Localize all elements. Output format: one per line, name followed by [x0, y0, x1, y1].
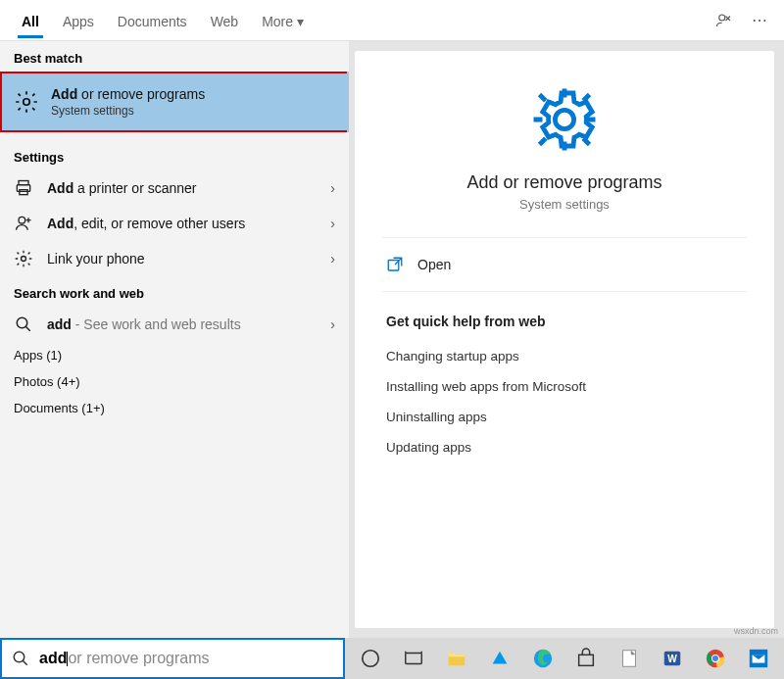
- section-search-web: Search work and web: [0, 276, 349, 307]
- tab-more-label: More: [262, 14, 293, 29]
- open-action[interactable]: Open: [382, 238, 747, 292]
- category-photos[interactable]: Photos (4+): [0, 368, 349, 395]
- file-explorer-icon[interactable]: [439, 641, 474, 676]
- settings-result-phone[interactable]: Link your phone ›: [0, 241, 349, 276]
- app-icon[interactable]: [482, 641, 517, 676]
- person-plus-icon: [14, 214, 33, 233]
- edge-icon[interactable]: [525, 641, 561, 676]
- svg-point-11: [363, 651, 379, 667]
- svg-rect-12: [406, 654, 422, 664]
- help-link[interactable]: Updating apps: [382, 432, 747, 462]
- chevron-right-icon: ›: [330, 251, 335, 267]
- result-label: add - See work and web results: [47, 316, 241, 332]
- store-icon[interactable]: [568, 641, 604, 676]
- svg-rect-4: [20, 190, 27, 195]
- tab-all[interactable]: All: [10, 4, 51, 37]
- cortana-icon[interactable]: [353, 641, 388, 676]
- mail-icon[interactable]: [741, 641, 776, 676]
- section-settings: Settings: [0, 140, 349, 170]
- category-documents[interactable]: Documents (1+): [0, 395, 349, 421]
- feedback-icon[interactable]: [715, 12, 745, 29]
- more-options-icon[interactable]: ⋯: [745, 11, 774, 29]
- result-label: Add, edit, or remove other users: [47, 216, 245, 231]
- search-input[interactable]: add or remove programs: [39, 650, 210, 667]
- chevron-right-icon: ›: [330, 180, 335, 196]
- gear-large-icon: [529, 84, 600, 155]
- printer-icon: [14, 178, 33, 198]
- svg-point-1: [24, 99, 30, 106]
- search-icon: [12, 650, 29, 667]
- best-match-subtitle: System settings: [51, 104, 205, 118]
- svg-point-5: [19, 217, 25, 223]
- svg-point-7: [17, 317, 27, 328]
- svg-point-0: [719, 15, 725, 21]
- tab-apps[interactable]: Apps: [51, 4, 106, 37]
- svg-rect-15: [623, 651, 636, 667]
- category-apps[interactable]: Apps (1): [0, 342, 349, 368]
- section-best-match: Best match: [0, 41, 349, 72]
- help-link[interactable]: Installing web apps from Microsoft: [382, 371, 747, 402]
- word-icon[interactable]: W: [655, 641, 690, 676]
- tab-more[interactable]: More ▾: [250, 4, 316, 37]
- settings-result-printer[interactable]: Add a printer or scanner ›: [0, 170, 349, 206]
- chevron-down-icon: ▾: [297, 14, 304, 29]
- help-link[interactable]: Uninstalling apps: [382, 402, 747, 432]
- result-label: Add a printer or scanner: [47, 180, 197, 196]
- tab-documents[interactable]: Documents: [106, 4, 199, 37]
- svg-point-10: [14, 652, 24, 662]
- svg-point-8: [555, 110, 573, 128]
- best-match-result[interactable]: Add or remove programs System settings: [0, 72, 349, 132]
- tabs-bar: All Apps Documents Web More ▾ ⋯: [0, 0, 784, 41]
- gear-icon: [14, 249, 33, 268]
- chevron-right-icon: ›: [330, 316, 335, 332]
- detail-title: Add or remove programs: [466, 172, 662, 193]
- search-icon: [14, 315, 33, 334]
- svg-rect-14: [579, 655, 594, 665]
- results-pane: Best match Add or remove programs System…: [0, 41, 349, 638]
- open-label: Open: [417, 257, 451, 272]
- help-header: Get quick help from web: [382, 292, 747, 341]
- best-match-title: Add or remove programs: [51, 86, 205, 102]
- tab-web[interactable]: Web: [199, 4, 251, 37]
- svg-point-6: [22, 257, 26, 262]
- task-view-icon[interactable]: [396, 641, 431, 676]
- taskbar: add or remove programs W: [0, 638, 784, 679]
- search-box[interactable]: add or remove programs: [0, 638, 345, 679]
- chevron-right-icon: ›: [330, 216, 335, 231]
- help-link[interactable]: Changing startup apps: [382, 341, 747, 371]
- svg-point-20: [712, 655, 718, 661]
- web-search-result[interactable]: add - See work and web results ›: [0, 307, 349, 342]
- result-label: Link your phone: [47, 251, 145, 267]
- open-icon: [386, 256, 404, 273]
- chrome-icon[interactable]: [698, 641, 733, 676]
- watermark: wsxdn.com: [734, 626, 778, 636]
- detail-pane: Add or remove programs System settings O…: [349, 41, 784, 638]
- libreoffice-icon[interactable]: [612, 641, 647, 676]
- settings-result-users[interactable]: Add, edit, or remove other users ›: [0, 206, 349, 241]
- gear-icon: [14, 89, 39, 115]
- detail-subtitle: System settings: [519, 197, 610, 212]
- svg-text:W: W: [667, 654, 677, 664]
